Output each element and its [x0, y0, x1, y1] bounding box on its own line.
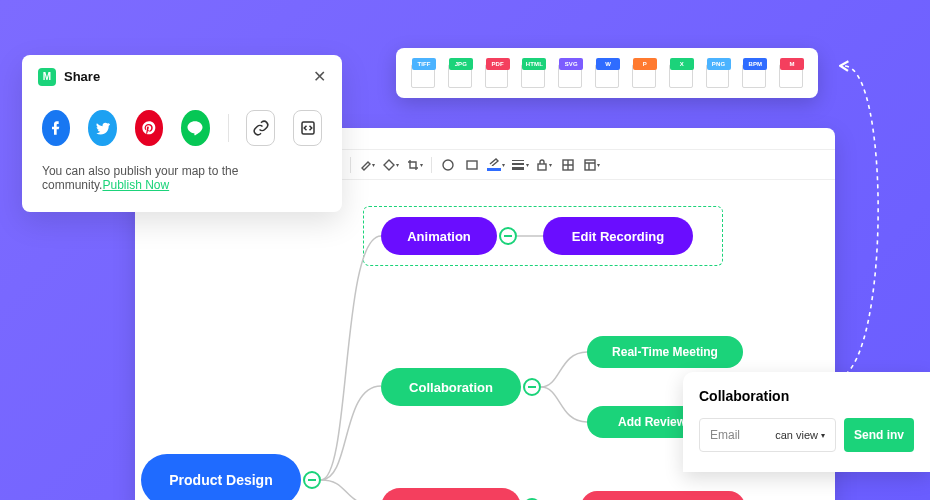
svg-point-9: [443, 160, 453, 170]
node-presentation[interactable]: Presentation: [381, 488, 521, 500]
format-html[interactable]: HTML: [520, 58, 546, 88]
twitter-icon[interactable]: [88, 110, 116, 146]
share-app-icon: M: [38, 68, 56, 86]
tool-layout[interactable]: ▾: [580, 155, 604, 175]
close-icon[interactable]: ✕: [313, 67, 326, 86]
guide-arrow: [830, 58, 930, 388]
tool-table[interactable]: [556, 155, 580, 175]
node-animation[interactable]: Animation: [381, 217, 497, 255]
publish-now-link[interactable]: Publish Now: [102, 178, 169, 192]
tool-linewidth[interactable]: ▾: [508, 155, 532, 175]
share-dialog: M Share ✕ You can also publish your map …: [22, 55, 342, 212]
permission-dropdown[interactable]: can view▾: [775, 429, 825, 441]
tool-fill[interactable]: ▾: [379, 155, 403, 175]
format-m[interactable]: M: [778, 58, 804, 88]
share-footnote: You can also publish your map to the com…: [22, 164, 342, 212]
chevron-down-icon: ▾: [821, 431, 825, 440]
format-x[interactable]: X: [668, 58, 694, 88]
send-invite-button[interactable]: Send inv: [844, 418, 914, 452]
tool-lock[interactable]: ▾: [532, 155, 556, 175]
format-jpg[interactable]: JPG: [447, 58, 473, 88]
collab-title: Collaboration: [699, 388, 914, 404]
tool-highlight[interactable]: ▾: [355, 155, 379, 175]
facebook-icon[interactable]: [42, 110, 70, 146]
svg-rect-13: [585, 160, 595, 170]
node-presentation-mode[interactable]: Presentation Mode: [581, 491, 745, 500]
format-pdf[interactable]: PDF: [484, 58, 510, 88]
collapse-collaboration[interactable]: [523, 378, 541, 396]
email-field[interactable]: Email can view▾: [699, 418, 836, 452]
format-png[interactable]: PNG: [705, 58, 731, 88]
svg-rect-11: [538, 164, 546, 170]
collapse-animation[interactable]: [499, 227, 517, 245]
line-icon[interactable]: [181, 110, 209, 146]
format-tiff[interactable]: TIFF: [410, 58, 436, 88]
node-root[interactable]: Product Design: [141, 454, 301, 500]
tool-rect[interactable]: [460, 155, 484, 175]
node-collaboration[interactable]: Collaboration: [381, 368, 521, 406]
export-formats-bar: TIFFJPGPDFHTMLSVGWPXPNGBPMM: [396, 48, 818, 98]
collapse-root[interactable]: [303, 471, 321, 489]
format-p[interactable]: P: [631, 58, 657, 88]
collaboration-popover: Collaboration Email can view▾ Send inv: [683, 372, 930, 472]
tool-crop[interactable]: ▾: [403, 155, 427, 175]
share-title: Share: [64, 69, 100, 84]
divider: [228, 114, 229, 142]
format-w[interactable]: W: [594, 58, 620, 88]
pinterest-icon[interactable]: [135, 110, 163, 146]
format-svg[interactable]: SVG: [557, 58, 583, 88]
embed-icon[interactable]: [293, 110, 322, 146]
email-placeholder: Email: [710, 428, 740, 442]
tool-pen[interactable]: ▾: [484, 155, 508, 175]
svg-rect-10: [467, 161, 477, 169]
tool-circle[interactable]: [436, 155, 460, 175]
node-edit-recording[interactable]: Edit Recording: [543, 217, 693, 255]
format-bpm[interactable]: BPM: [741, 58, 767, 88]
link-icon[interactable]: [246, 110, 275, 146]
node-realtime-meeting[interactable]: Real-Time Meeting: [587, 336, 743, 368]
